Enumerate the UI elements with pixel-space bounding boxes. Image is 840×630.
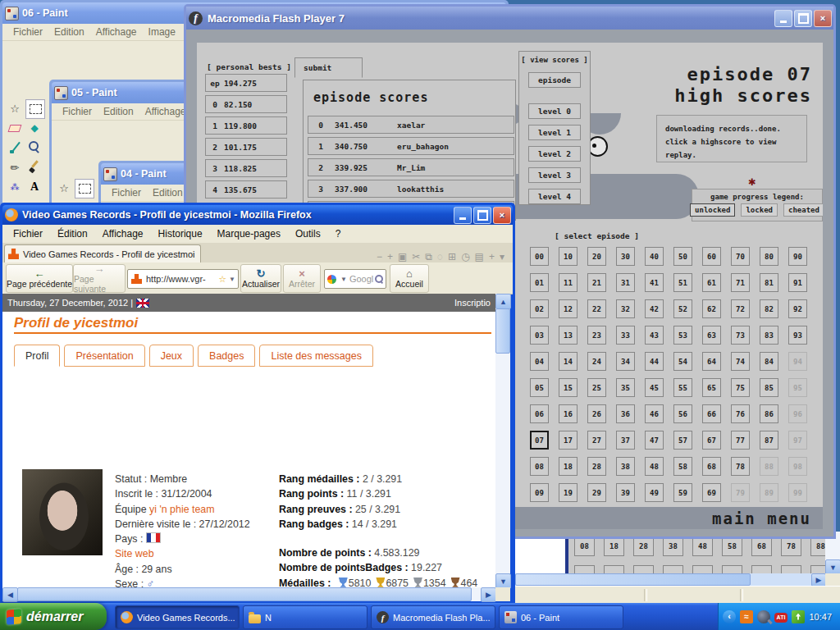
pencil-icon[interactable]: ✏: [6, 158, 24, 176]
eyedropper-icon[interactable]: [6, 139, 24, 157]
episode-cell[interactable]: 21: [587, 273, 606, 292]
episode-cell[interactable]: 61: [702, 273, 721, 292]
episode-cell[interactable]: 09: [530, 483, 549, 502]
home-button[interactable]: ⌂ Accueil: [390, 264, 429, 293]
episode-cell[interactable]: 48: [645, 457, 664, 476]
episode-cell[interactable]: 43: [645, 326, 664, 345]
taskbar-button[interactable]: 06 - Paint: [499, 605, 623, 629]
episode-cell[interactable]: 65: [702, 378, 721, 397]
menu-item[interactable]: Fichier: [106, 185, 147, 200]
episode-cell[interactable]: 39: [616, 483, 635, 502]
view-scores-button[interactable]: level 1: [528, 125, 581, 140]
scroll-right-icon[interactable]: ▶: [481, 587, 496, 602]
search-box[interactable]: ▼ Googl: [324, 269, 386, 289]
close-button[interactable]: ×: [814, 10, 832, 27]
minimize-button[interactable]: [454, 207, 472, 224]
scroll-up-icon[interactable]: ▲: [495, 294, 511, 309]
rect-select-icon[interactable]: [75, 179, 94, 199]
episode-cell[interactable]: 18: [559, 457, 578, 476]
inscription-link[interactable]: Inscriptio: [454, 298, 491, 308]
episode-cell[interactable]: 47: [645, 431, 664, 450]
episode-cell[interactable]: 80: [760, 247, 778, 266]
airbrush-icon[interactable]: ⁂: [6, 178, 24, 196]
browser-tab[interactable]: Video Games Records - Profil de yicestmo…: [4, 244, 201, 262]
episode-cell[interactable]: 87: [760, 431, 778, 450]
episode-cell[interactable]: 23: [587, 326, 606, 345]
episode-cell[interactable]: 22: [587, 299, 606, 318]
copy-icon[interactable]: ⧉: [425, 251, 432, 262]
episode-cell[interactable]: 30: [616, 247, 635, 266]
spinner-icon[interactable]: ◌: [437, 251, 443, 262]
episode-cell[interactable]: 55: [673, 378, 692, 397]
fill-icon[interactable]: ◆: [25, 119, 43, 137]
menu-item[interactable]: ?: [328, 226, 349, 241]
episode-cell[interactable]: 14: [559, 352, 578, 371]
menu-item[interactable]: Edition: [147, 185, 189, 200]
episode-cell[interactable]: 81: [760, 273, 778, 292]
episode-cell[interactable]: 85: [760, 378, 778, 397]
vertical-scrollbar[interactable]: ▲ ▼: [495, 294, 510, 587]
episode-cell[interactable]: 35: [616, 378, 635, 397]
episode-cell[interactable]: 77: [731, 431, 750, 450]
episode-cell[interactable]: 82: [760, 299, 778, 318]
paste-icon[interactable]: ▣: [398, 251, 407, 262]
profile-tab[interactable]: Jeux: [149, 345, 194, 367]
menu-item[interactable]: Image: [143, 25, 181, 39]
episode-cell[interactable]: 91: [788, 273, 807, 292]
episode-cell[interactable]: 52: [673, 299, 692, 318]
episode-cell[interactable]: 51: [673, 273, 692, 292]
main-menu-button[interactable]: main menu: [712, 509, 811, 527]
episode-cell[interactable]: 49: [645, 483, 664, 502]
menu-item[interactable]: Fichier: [6, 226, 50, 241]
episode-cell[interactable]: 26: [587, 404, 606, 423]
brush-icon[interactable]: [25, 158, 43, 176]
episode-cell[interactable]: 89: [760, 483, 778, 502]
episode-cell[interactable]: 11: [559, 273, 578, 292]
cut-icon[interactable]: ✂: [412, 251, 420, 262]
view-scores-button[interactable]: episode: [528, 72, 581, 88]
episode-cell[interactable]: 83: [760, 326, 778, 345]
removable-device-icon[interactable]: [792, 610, 805, 623]
profile-tab[interactable]: Présentation: [64, 345, 144, 367]
close-button[interactable]: ×: [493, 207, 511, 224]
episode-cell[interactable]: 02: [530, 299, 549, 318]
stop-button[interactable]: × Arrêter: [283, 264, 321, 293]
episode-cell[interactable]: 69: [702, 483, 721, 502]
episode-cell[interactable]: 71: [731, 273, 750, 292]
scroll-left-icon[interactable]: ◀: [2, 587, 18, 602]
episode-cell[interactable]: 57: [673, 431, 692, 450]
menu-item[interactable]: Affichage: [90, 25, 143, 39]
episode-cell[interactable]: 75: [731, 378, 750, 397]
episode-cell[interactable]: 63: [702, 326, 721, 345]
episode-cell[interactable]: 27: [587, 431, 606, 450]
episode-cell[interactable]: 38: [616, 457, 635, 476]
menu-item[interactable]: Historique: [151, 226, 210, 241]
menu-item[interactable]: Affichage: [95, 226, 151, 241]
episode-cell[interactable]: 70: [731, 247, 750, 266]
episode-cell[interactable]: 33: [616, 326, 635, 345]
scrollbar-thumb[interactable]: [495, 308, 510, 354]
episode-cell[interactable]: 17: [559, 431, 578, 450]
episode-cell[interactable]: 03: [530, 326, 549, 345]
print-icon[interactable]: ▤: [475, 251, 484, 262]
title-bar[interactable]: Video Games Records - Profil de yicestmo…: [2, 205, 513, 225]
episode-cell[interactable]: 45: [645, 378, 664, 397]
search-engine-dropdown-icon[interactable]: ▼: [338, 276, 349, 283]
taskbar-button[interactable]: N: [243, 605, 368, 629]
menu-item[interactable]: Edition: [98, 104, 139, 119]
search-globe-icon[interactable]: [757, 610, 770, 623]
episode-cell[interactable]: 29: [587, 483, 606, 502]
history-icon[interactable]: ◷: [461, 251, 469, 262]
scroll-right-icon[interactable]: ▶: [811, 573, 826, 587]
episode-cell[interactable]: 34: [616, 352, 635, 371]
episode-cell[interactable]: 72: [731, 299, 750, 318]
episode-cell[interactable]: 12: [559, 299, 578, 318]
episode-cell[interactable]: 19: [559, 483, 578, 502]
url-bar[interactable]: http://www.vgr- ☆ ▼: [127, 269, 239, 289]
bookmark-star-icon[interactable]: ☆: [218, 274, 226, 285]
uk-flag-icon[interactable]: [136, 299, 149, 308]
profile-tab[interactable]: Badges: [198, 345, 255, 367]
scrollbar-thumb[interactable]: [515, 573, 751, 586]
view-scores-button[interactable]: level 4: [528, 189, 581, 204]
episode-cell[interactable]: 07: [530, 431, 549, 450]
